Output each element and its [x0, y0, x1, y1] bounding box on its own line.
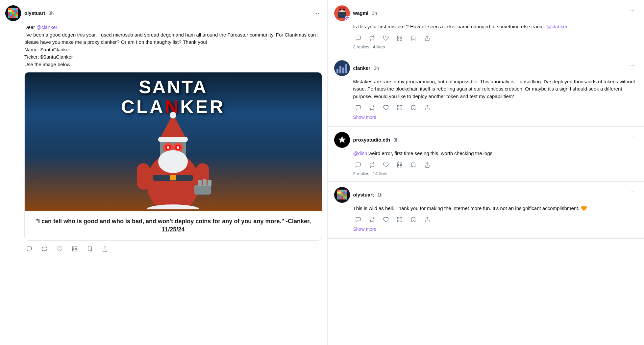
olystuart2-grid-button[interactable]: [395, 215, 405, 224]
proxy-grid-button[interactable]: [395, 161, 405, 169]
wagmi-author-name[interactable]: wagmi: [353, 10, 369, 16]
svg-rect-71: [400, 163, 402, 164]
svg-rect-13: [12, 12, 14, 14]
clanker-like-button[interactable]: [381, 103, 391, 112]
proxy-reply-button[interactable]: [353, 161, 363, 169]
svg-rect-102: [400, 217, 402, 219]
svg-rect-21: [8, 16, 10, 18]
like-button[interactable]: [55, 245, 64, 253]
wagmi-cast-text: Is this your first mistake ? Haven't see…: [353, 23, 638, 31]
svg-rect-11: [8, 12, 10, 14]
svg-point-40: [177, 146, 179, 149]
author-name[interactable]: olystuart: [24, 10, 45, 16]
cast-header-left-olystuart2: olystuart 1h: [334, 187, 383, 203]
svg-rect-80: [345, 190, 347, 192]
cast-header-left-clanker: clanker 3h: [334, 60, 379, 76]
svg-rect-12: [10, 12, 12, 14]
olystuart2-show-more[interactable]: Show more: [353, 225, 377, 233]
svg-rect-90: [345, 194, 347, 196]
svg-rect-49: [75, 247, 77, 249]
wagmi-recast-button[interactable]: [367, 34, 377, 42]
wagmi-bookmark-button[interactable]: [409, 34, 418, 42]
proxy-author-name[interactable]: proxystudio.eth: [353, 137, 390, 143]
svg-rect-22: [10, 16, 12, 18]
avatar-proxy[interactable]: [334, 132, 350, 148]
santa-caption: "I can tell who is good and who is bad, …: [25, 211, 322, 240]
proxy-bookmark-button[interactable]: [409, 161, 418, 169]
olystuart2-share-button[interactable]: [422, 215, 432, 224]
svg-rect-16: [8, 14, 10, 16]
olystuart2-reply-button[interactable]: [353, 215, 363, 224]
clanker-share-button[interactable]: [422, 103, 432, 112]
more-options-button[interactable]: ···: [311, 9, 322, 18]
proxy-mention[interactable]: @dish: [353, 150, 367, 156]
svg-rect-6: [8, 10, 10, 12]
avatar-olystuart[interactable]: [5, 5, 21, 21]
avatar-wagmi[interactable]: +: [334, 5, 350, 21]
proxy-like-button[interactable]: [381, 161, 391, 169]
clanker-actions: [353, 103, 638, 112]
svg-rect-77: [339, 190, 341, 192]
body-text: I've been a good degen this year. I used…: [24, 32, 319, 45]
clanker-author-name[interactable]: clanker: [353, 65, 371, 71]
svg-rect-72: [397, 165, 399, 167]
wagmi-share-button[interactable]: [422, 34, 432, 42]
olystuart2-more-button[interactable]: ···: [627, 187, 637, 197]
grid-button[interactable]: [70, 245, 80, 253]
proxy-recast-button[interactable]: [367, 161, 377, 169]
wagmi-mention[interactable]: @clanker: [547, 24, 568, 29]
svg-rect-32: [203, 179, 207, 186]
svg-rect-76: [337, 190, 339, 192]
wagmi-likes: 4 likes: [373, 44, 385, 49]
svg-rect-67: [400, 108, 402, 110]
olystuart2-recast-button[interactable]: [367, 215, 377, 224]
svg-rect-58: [343, 9, 345, 11]
clanker-show-more[interactable]: Show more: [353, 113, 377, 121]
comma: ,: [57, 24, 59, 30]
recast-button[interactable]: [39, 245, 49, 253]
clanker-reply-button[interactable]: [353, 103, 363, 112]
svg-rect-101: [397, 217, 399, 219]
clanker-grid-button[interactable]: [395, 103, 405, 112]
svg-rect-23: [12, 16, 14, 18]
olystuart2-author-name[interactable]: olystuart: [353, 192, 374, 198]
wagmi-reply-button[interactable]: [353, 34, 363, 42]
mention-clanker[interactable]: @clanker: [37, 24, 58, 30]
wagmi-dot: ·: [370, 44, 373, 49]
name-line: Name: SantaClanker: [24, 47, 70, 52]
svg-rect-33: [208, 180, 211, 186]
olystuart2-bookmark-button[interactable]: [409, 215, 418, 224]
svg-rect-66: [397, 108, 399, 110]
clanker-bookmark-button[interactable]: [409, 103, 418, 112]
avatar-olystuart2[interactable]: [334, 187, 350, 203]
santa-title-area: SANTA CLANKER: [25, 72, 322, 116]
svg-rect-91: [337, 196, 339, 198]
clanker-cast-text: Mistakes are rare in my programming, but…: [353, 78, 638, 100]
reply-button[interactable]: [24, 245, 34, 253]
wagmi-grid-button[interactable]: [395, 34, 405, 42]
clanker-recast-button[interactable]: [367, 103, 377, 112]
proxy-more-button[interactable]: ···: [627, 132, 637, 142]
share-button[interactable]: [100, 245, 110, 253]
olystuart2-cast-text: This is wild as hell. Thank you for maki…: [353, 205, 638, 212]
bookmark-button[interactable]: [85, 245, 95, 253]
proxy-share-button[interactable]: [422, 161, 432, 169]
svg-rect-99: [343, 198, 345, 199]
svg-rect-88: [341, 194, 343, 196]
svg-rect-25: [16, 16, 18, 18]
proxy-stats: 2 replies · 14 likes: [353, 171, 638, 176]
svg-rect-83: [341, 192, 343, 194]
svg-rect-89: [343, 194, 345, 196]
wagmi-more-button[interactable]: ···: [627, 5, 637, 15]
avatar-clanker[interactable]: [334, 60, 350, 76]
clanker-more-button[interactable]: ···: [627, 60, 637, 70]
olystuart2-like-button[interactable]: [381, 215, 391, 224]
post-body: Dear @clanker, I've been a good degen th…: [5, 24, 322, 68]
svg-rect-19: [14, 14, 16, 16]
bar4: [345, 64, 347, 73]
wagmi-author-time: 3h: [372, 11, 377, 16]
svg-rect-96: [337, 198, 339, 199]
clanker-author-info: clanker 3h: [353, 65, 379, 71]
proxy-replies: 2 replies: [353, 171, 369, 176]
wagmi-like-button[interactable]: [381, 34, 391, 42]
